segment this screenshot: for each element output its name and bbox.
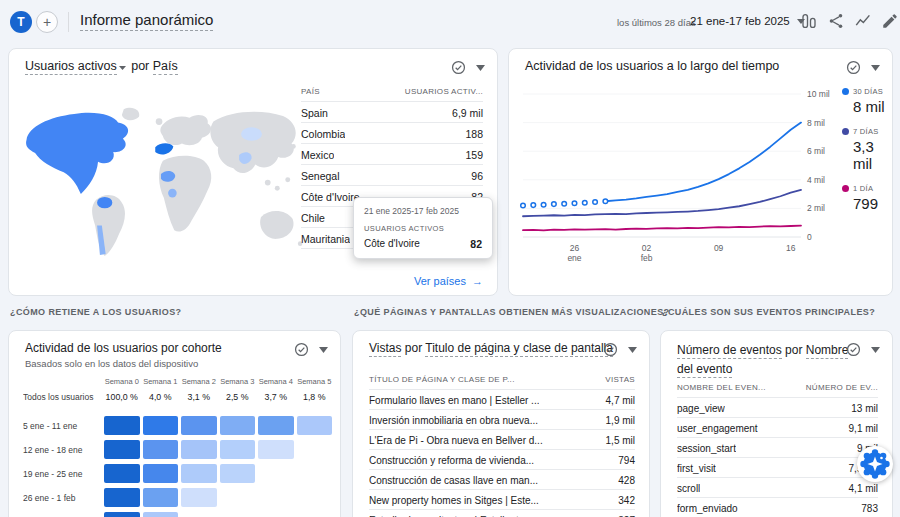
table-header: NOMBRE DEL EVEN... NÚMERO DE EV... [677, 379, 878, 398]
cohort-cell[interactable] [258, 416, 294, 435]
account-avatar[interactable]: T [10, 11, 32, 33]
table-row[interactable]: Mexico159 [301, 144, 483, 165]
map-region-colombia[interactable] [97, 197, 112, 208]
legend-dot [842, 128, 849, 135]
column-header-active-users[interactable]: USUARIOS ACTIV... [405, 87, 483, 96]
cohort-week-header: Semana 1 [143, 377, 179, 386]
cohort-cell[interactable] [143, 512, 179, 517]
table-row[interactable]: Colombia188 [301, 123, 483, 144]
column-header-event-count[interactable]: NÚMERO DE EV... [806, 383, 878, 392]
map-region-greenland[interactable] [122, 108, 139, 121]
card-menu-caret-icon[interactable] [628, 347, 637, 353]
cohort-cell[interactable] [143, 440, 179, 459]
metric-selector[interactable]: Vistas [369, 341, 401, 357]
data-quality-check-icon[interactable] [451, 60, 466, 75]
cohort-cell[interactable] [181, 488, 217, 507]
view-countries-link[interactable]: Ver países → [414, 275, 483, 287]
table-row: Estudio de arquitectura | Esteller to...… [369, 510, 635, 517]
compare-icon[interactable] [800, 12, 818, 30]
pages-question-label: ¿QUÉ PÁGINAS Y PANTALLAS OBTIENEN MÁS VI… [354, 307, 669, 317]
insights-fab[interactable] [857, 446, 893, 482]
cohort-cell[interactable] [181, 464, 217, 483]
map-region-island-2[interactable] [275, 186, 280, 191]
cohort-cell[interactable] [104, 440, 140, 459]
cohort-row: 26 ene - 1 feb [23, 488, 332, 507]
add-button[interactable]: + [36, 11, 58, 33]
pages-table: TÍTULO DE PÁGINA Y CLASE DE P... VISTAS … [369, 371, 635, 517]
cohort-cell[interactable] [104, 488, 140, 507]
cohort-cell[interactable] [143, 464, 179, 483]
insights-icon[interactable] [854, 12, 872, 30]
map-region-asia[interactable] [210, 112, 295, 173]
row-value: 159 [465, 149, 483, 161]
cohort-cell[interactable] [143, 416, 179, 435]
cohort-week-headers: Semana 0Semana 1Semana 2Semana 3Semana 4… [23, 377, 332, 386]
map-region-uk[interactable] [156, 118, 163, 125]
cohort-cell[interactable] [104, 416, 140, 435]
activity-line-chart[interactable]: 10 mil8 mil6 mil4 mil2 mil026ene02feb091… [509, 49, 894, 297]
cohort-cell[interactable] [143, 488, 179, 507]
events-question-label: ¿CUÁLES SON SUS EVENTOS PRINCIPALES? [662, 307, 875, 317]
cohort-cell[interactable] [104, 512, 140, 517]
cohort-cell[interactable] [297, 416, 333, 435]
card-menu-caret-icon[interactable] [871, 65, 880, 71]
card-menu-caret-icon[interactable] [871, 347, 880, 353]
cohort-cell[interactable] [181, 416, 217, 435]
map-region-north-america[interactable] [26, 113, 128, 194]
map-region-central-asia[interactable] [241, 127, 262, 140]
legend-label: 7 DÍAS [853, 127, 879, 136]
cohort-cell-empty [220, 488, 256, 507]
share-icon[interactable] [827, 12, 845, 30]
row-label: Colombia [301, 128, 345, 140]
data-quality-check-icon[interactable] [846, 60, 861, 75]
dimension-selector[interactable]: País [153, 59, 178, 75]
card-menu-caret-icon[interactable] [319, 347, 328, 353]
row-label: New property homes in Sitges | Este... [369, 495, 539, 506]
cohort-cell-empty [181, 512, 217, 517]
column-header-country[interactable]: PAÍS [301, 87, 320, 96]
row-label: first_visit [677, 463, 716, 474]
cohort-row: 19 ene - 25 ene [23, 464, 332, 483]
map-region-japan[interactable] [291, 144, 296, 149]
row-label: page_view [677, 403, 725, 414]
report-title[interactable]: Informe panorámico [80, 11, 213, 31]
cohort-grid: Semana 0Semana 1Semana 2Semana 3Semana 4… [23, 377, 332, 517]
table-row[interactable]: Spain6,9 mil [301, 102, 483, 123]
data-quality-check-icon[interactable] [294, 342, 309, 357]
edit-icon[interactable] [881, 12, 899, 30]
column-header-event-name[interactable]: NOMBRE DEL EVEN... [677, 383, 766, 392]
title-connector: por [785, 343, 802, 357]
metric-selector[interactable]: Número de eventos [677, 343, 782, 359]
map-region-africa[interactable] [159, 156, 211, 232]
dimension-selector[interactable]: Titulo de página y clase de pantalla [425, 341, 613, 357]
cohort-cell[interactable] [104, 464, 140, 483]
cohort-cell[interactable] [181, 440, 217, 459]
title-connector: por [131, 59, 149, 73]
map-region-europe[interactable] [160, 115, 211, 145]
card-menu-caret-icon[interactable] [476, 65, 485, 71]
cohort-cell[interactable] [258, 440, 294, 459]
map-region-australia[interactable] [260, 211, 293, 239]
column-header-page-title[interactable]: TÍTULO DE PÁGINA Y CLASE DE P... [369, 375, 515, 384]
table-row[interactable]: Senegal96 [301, 165, 483, 186]
map-region-spain[interactable] [155, 143, 173, 154]
map-region-island-3[interactable] [285, 177, 290, 182]
cohort-cell[interactable] [220, 440, 256, 459]
column-header-views[interactable]: VISTAS [605, 375, 635, 384]
pages-card-title: Vistas por Titulo de página y clase de p… [369, 341, 613, 355]
world-map[interactable] [17, 85, 303, 285]
pages-table-body: Formulario llaves en mano | Esteller ...… [369, 390, 635, 517]
table-row: L'Era de Pi - Obra nueva en Bellver d...… [369, 430, 635, 450]
cohort-cell[interactable] [220, 416, 256, 435]
svg-text:ene: ene [567, 253, 581, 263]
data-quality-check-icon[interactable] [603, 342, 618, 357]
cohort-cell[interactable] [220, 464, 256, 483]
table-row: Formulario llaves en mano | Esteller ...… [369, 390, 635, 410]
map-region-island-1[interactable] [265, 180, 271, 186]
data-quality-check-icon[interactable] [846, 342, 861, 357]
date-range-selector[interactable]: 21 ene-17 feb 2025 [690, 15, 807, 27]
metric-selector[interactable]: Usuarios activos [25, 59, 117, 75]
row-value: 13 mil [851, 403, 878, 414]
row-label: Inversión inmobiliaria en obra nueva... [369, 415, 538, 426]
map-region-cote-divoire[interactable] [168, 189, 177, 198]
